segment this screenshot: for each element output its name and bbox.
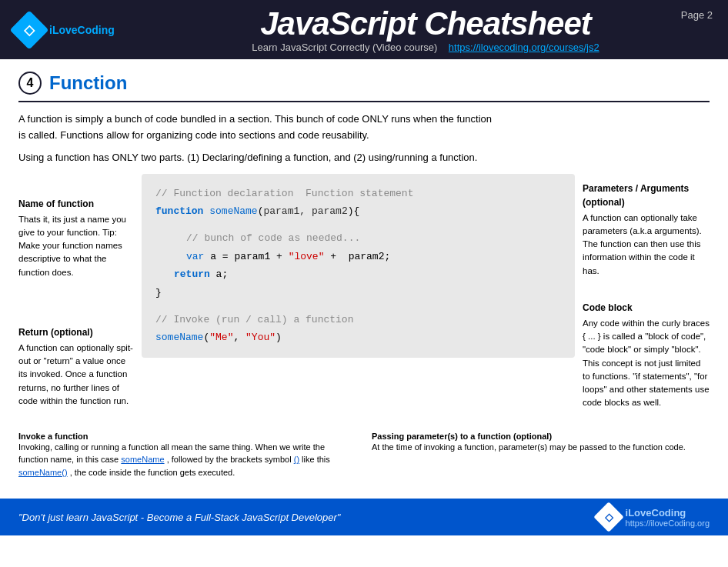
codeblock-title: Code block — [583, 301, 710, 315]
footer-url: https://iloveCoding.org — [626, 519, 710, 528]
main-content: 4 Function A function is simply a bunch … — [0, 59, 728, 491]
code-block: // Function declaration Function stateme… — [142, 174, 575, 358]
footer-logo-text: iLoveCoding — [626, 507, 710, 519]
section-title: Function — [49, 72, 127, 94]
invoke-text: Invoking, calling or running a function … — [18, 441, 356, 479]
code-line-1: function someName(param1, param2){ — [155, 202, 561, 220]
passing-text: At the time of invoking a function, para… — [372, 441, 710, 454]
name-of-function-text: Thats it, its just a name you give to yo… — [18, 213, 134, 279]
header-subtitle: Learn JavaScript Correctly (Video course… — [139, 42, 713, 53]
course-link[interactable]: https://ilovecoding.org/courses/js2 — [449, 42, 599, 53]
code-line-4: } — [155, 284, 561, 302]
invoke-title: Invoke a function — [18, 432, 356, 441]
code-line-3: return a; — [155, 265, 561, 283]
footer: "Don't just learn JavaScript - Become a … — [0, 499, 728, 535]
page-title: JavaScript Cheatsheet — [139, 6, 713, 42]
header: ◇ iLoveCoding JavaScript Cheatsheet Lear… — [0, 0, 728, 59]
header-center: JavaScript Cheatsheet Learn JavaScript C… — [139, 6, 713, 53]
desc-2: Using a function has ONLY two parts. (1)… — [18, 150, 496, 166]
codeblock-text: Any code within the curly braces { ... }… — [583, 317, 710, 410]
code-line-5: someName("Me", "You") — [155, 329, 561, 346]
name-of-function-title: Name of function — [18, 197, 134, 211]
desc-1: A function is simply a bunch of code bun… — [18, 112, 496, 144]
passing-annotation: Passing parameter(s) to a function (opti… — [372, 432, 710, 479]
left-column: Name of function Thats it, its just a na… — [18, 174, 142, 421]
invoke-link3[interactable]: someName() — [18, 468, 68, 477]
passing-title: Passing parameter(s) to a function (opti… — [372, 432, 710, 441]
center-column: // Function declaration Function stateme… — [142, 174, 575, 421]
logo-text: iLoveCoding — [49, 24, 115, 36]
right-column: Parameters / Arguments (optional) A func… — [575, 174, 710, 421]
logo-diamond-icon: ◇ — [10, 10, 49, 49]
bottom-area: Invoke a function Invoking, calling or r… — [18, 432, 710, 479]
code-line-comment2: // bunch of code as needed... — [155, 229, 561, 247]
section-header: 4 Function — [18, 72, 710, 102]
page-number: Page 2 — [681, 9, 713, 21]
invoke-annotation: Invoke a function Invoking, calling or r… — [18, 432, 356, 479]
return-text: A function can optionally spit-out or "r… — [18, 342, 134, 408]
content-area: Name of function Thats it, its just a na… — [18, 174, 710, 421]
code-line-comment3: // Invoke (run / call) a function — [155, 311, 561, 329]
header-logo: ◇ iLoveCoding — [15, 16, 139, 44]
return-title: Return (optional) — [18, 325, 134, 339]
footer-diamond-icon: ◇ — [593, 502, 624, 532]
params-text: A function can optionally take parameter… — [583, 212, 710, 278]
invoke-link2[interactable]: () — [294, 455, 299, 464]
footer-logo: ◇ iLoveCoding https://iloveCoding.org — [598, 506, 710, 528]
code-line-2: var a = param1 + "love" + param2; — [155, 248, 561, 265]
section-number: 4 — [18, 72, 42, 95]
code-line-comment1: // Function declaration Function stateme… — [155, 185, 561, 202]
invoke-link1[interactable]: someName — [121, 455, 164, 464]
footer-quote: "Don't just learn JavaScript - Become a … — [18, 512, 341, 523]
params-title: Parameters / Arguments (optional) — [583, 182, 710, 209]
